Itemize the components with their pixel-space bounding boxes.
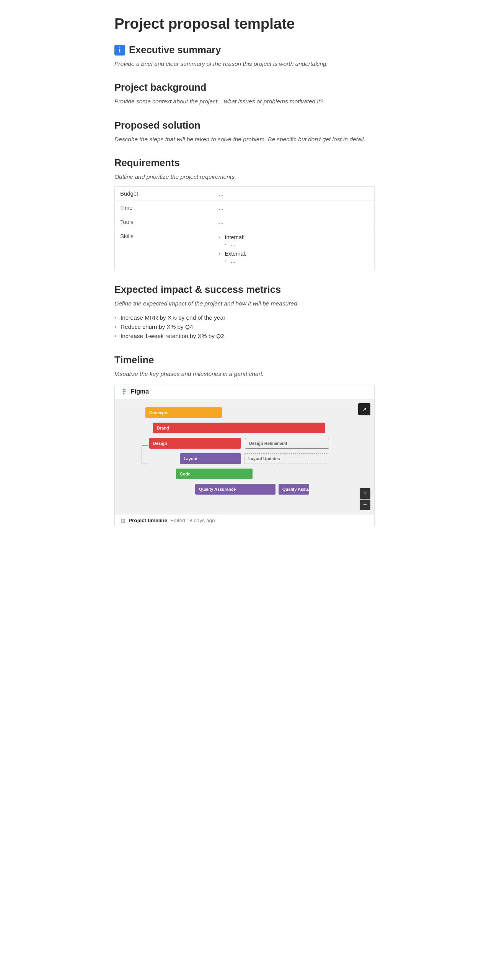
expected-impact-title: Expected impact & success metrics xyxy=(114,284,281,295)
requirements-title: Requirements xyxy=(114,157,180,168)
list-item: ... xyxy=(225,257,369,265)
project-background-desc: Provide some context about the project –… xyxy=(114,97,375,106)
time-label: Time xyxy=(115,201,214,215)
proposed-solution-section: Proposed solution Describe the steps tha… xyxy=(114,120,375,144)
gantt-bar-design-refinement: Design Refinement xyxy=(245,438,329,449)
gantt-bar-qa-2: Quality Assu... xyxy=(279,484,309,495)
proposed-solution-desc: Describe the steps that will be taken to… xyxy=(114,135,375,144)
skills-value: Internal: ... External: ... xyxy=(214,229,375,270)
requirements-table: Budget ... Time ... Tools ... Skills Int… xyxy=(114,186,375,270)
figma-header: Figma xyxy=(115,384,374,399)
zoom-controls: + − xyxy=(360,488,370,510)
list-item: ... xyxy=(225,240,369,248)
time-value: ... xyxy=(214,201,375,215)
figma-canvas: ↗ Concepts Brand Design Design Refinemen… xyxy=(115,399,374,514)
list-item: Reduce churn by X% by Q4 xyxy=(114,322,375,332)
proposed-solution-title: Proposed solution xyxy=(114,120,200,131)
figma-logo-icon xyxy=(121,388,128,395)
tools-value: ... xyxy=(214,215,375,229)
requirements-desc: Outline and prioritize the project requi… xyxy=(114,172,375,181)
info-icon: i xyxy=(114,45,125,56)
budget-value: ... xyxy=(214,187,375,201)
table-row: Budget ... xyxy=(115,187,375,201)
figma-label: Figma xyxy=(131,388,149,395)
gantt-row-design: Design Design Refinement xyxy=(119,438,370,449)
executive-summary-section: i Executive summary Provide a brief and … xyxy=(114,44,375,68)
figma-footer: ⊞ Project timeline Edited 18 days ago xyxy=(115,514,374,527)
project-background-heading: Project background xyxy=(114,82,375,93)
timeline-desc: Visualize the key phases and milestones … xyxy=(114,369,375,378)
table-row: Time ... xyxy=(115,201,375,215)
gantt-bar-code: Code xyxy=(176,469,253,479)
table-row: Skills Internal: ... External: ... xyxy=(115,229,375,270)
gantt-bar-layout-updates: Layout Updates xyxy=(244,453,328,464)
page-title: Project proposal template xyxy=(114,15,375,32)
gantt-bar-design: Design xyxy=(149,438,241,449)
list-item: Increase MRR by X% by end of the year xyxy=(114,313,375,322)
gantt-row-brand: Brand xyxy=(119,422,370,434)
skills-external-item: External: ... xyxy=(219,250,369,266)
timeline-heading: Timeline xyxy=(114,354,375,366)
expected-impact-desc: Define the expected impact of the projec… xyxy=(114,299,375,308)
table-row: Tools ... xyxy=(115,215,375,229)
gantt-row-concepts: Concepts xyxy=(119,407,370,418)
project-background-section: Project background Provide some context … xyxy=(114,82,375,106)
project-background-title: Project background xyxy=(114,82,206,93)
timeline-section: Timeline Visualize the key phases and mi… xyxy=(114,354,375,527)
proposed-solution-heading: Proposed solution xyxy=(114,120,375,131)
budget-label: Budget xyxy=(115,187,214,201)
tools-label: Tools xyxy=(115,215,214,229)
executive-summary-heading: i Executive summary xyxy=(114,44,375,56)
figma-embed: Figma ↗ Concepts Brand Design Design Ref… xyxy=(114,384,375,527)
figma-file-name: Project timeline xyxy=(129,518,167,523)
gantt-row-code: Code xyxy=(119,468,370,480)
executive-summary-title: Executive summary xyxy=(129,44,221,56)
expected-impact-section: Expected impact & success metrics Define… xyxy=(114,284,375,341)
list-item: Increase 1-week retention by X% by Q2 xyxy=(114,332,375,341)
skills-internal-item: Internal: ... xyxy=(219,233,369,250)
skills-label: Skills xyxy=(115,229,214,270)
gantt-row-qa: Quality Assurance Quality Assu... xyxy=(119,483,370,495)
zoom-in-button[interactable]: + xyxy=(360,488,370,499)
timeline-title: Timeline xyxy=(114,354,154,366)
gantt-bar-layout: Layout xyxy=(180,453,241,464)
gantt-row-layout: Layout Layout Updates xyxy=(119,453,370,464)
requirements-section: Requirements Outline and prioritize the … xyxy=(114,157,375,270)
figma-file-icon: ⊞ xyxy=(121,518,126,524)
gantt-bar-concepts: Concepts xyxy=(145,407,222,418)
expand-button[interactable]: ↗ xyxy=(358,403,370,415)
executive-summary-desc: Provide a brief and clear summary of the… xyxy=(114,59,375,68)
impact-bullets: Increase MRR by X% by end of the year Re… xyxy=(114,313,375,341)
gantt-chart: Concepts Brand Design Design Refinement … xyxy=(115,399,374,514)
expected-impact-heading: Expected impact & success metrics xyxy=(114,284,375,295)
requirements-heading: Requirements xyxy=(114,157,375,168)
gantt-bar-qa: Quality Assurance xyxy=(195,484,275,495)
gantt-bar-brand: Brand xyxy=(153,423,325,433)
zoom-out-button[interactable]: − xyxy=(360,500,370,510)
figma-edited-label: Edited 18 days ago xyxy=(170,518,215,523)
